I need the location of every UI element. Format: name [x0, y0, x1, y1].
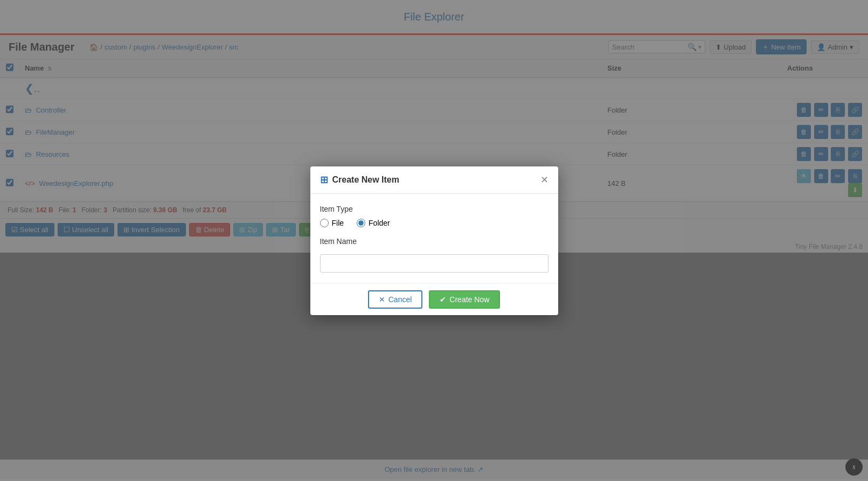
item-type-radio-group: File Folder: [320, 219, 548, 227]
item-name-input[interactable]: [320, 254, 548, 273]
modal-footer: ✕ Cancel ✔ Create Now: [310, 283, 558, 315]
modal-overlay: ⊞ Create New Item ✕ Item Type File Folde…: [0, 0, 868, 479]
create-new-item-modal: ⊞ Create New Item ✕ Item Type File Folde…: [310, 166, 558, 315]
cancel-button[interactable]: ✕ Cancel: [368, 290, 423, 309]
modal-close-button[interactable]: ✕: [540, 175, 548, 185]
modal-body: Item Type File Folder Item Name: [310, 194, 558, 283]
folder-radio-label[interactable]: Folder: [357, 219, 390, 227]
item-name-label: Item Name: [320, 237, 548, 246]
modal-header: ⊞ Create New Item ✕: [310, 166, 558, 194]
modal-title: ⊞ Create New Item: [320, 174, 400, 186]
plus-box-icon: ⊞: [320, 174, 328, 186]
cancel-icon: ✕: [379, 295, 385, 304]
file-radio-label[interactable]: File: [320, 219, 344, 227]
checkmark-icon: ✔: [440, 295, 446, 304]
create-now-button[interactable]: ✔ Create Now: [429, 290, 500, 309]
folder-radio[interactable]: [357, 219, 365, 227]
item-type-label: Item Type: [320, 205, 548, 213]
file-radio[interactable]: [320, 219, 329, 227]
